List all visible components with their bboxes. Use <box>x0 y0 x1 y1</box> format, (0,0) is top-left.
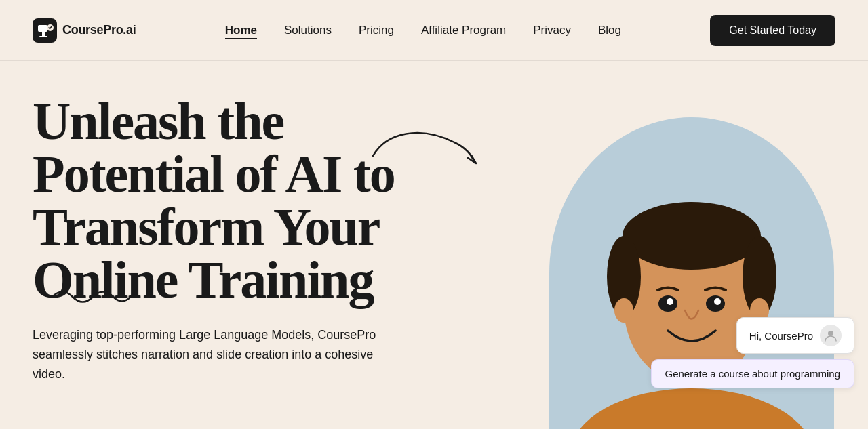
nav-link-home[interactable]: Home <box>225 24 257 39</box>
chat-greeting-bubble: Hi, CoursePro <box>736 317 854 354</box>
chat-input-text: Generate a course about programming <box>665 368 840 380</box>
nav-link-blog[interactable]: Blog <box>598 24 621 37</box>
hero-title-line2: Potential of AI to <box>33 144 395 203</box>
decorative-arrow-icon <box>366 119 488 173</box>
nav-links: Home Solutions Pricing Affiliate Program… <box>225 24 621 37</box>
nav-item-affiliate[interactable]: Affiliate Program <box>421 24 506 37</box>
nav-link-pricing[interactable]: Pricing <box>359 24 394 37</box>
user-avatar-icon <box>820 325 842 346</box>
svg-rect-2 <box>42 32 45 36</box>
logo-link[interactable]: CoursePro.ai <box>33 18 136 43</box>
svg-rect-3 <box>39 36 47 37</box>
svg-point-8 <box>623 202 761 270</box>
nav-item-privacy[interactable]: Privacy <box>533 24 571 37</box>
svg-rect-1 <box>38 25 47 32</box>
logo-icon <box>33 18 57 43</box>
nav-link-affiliate[interactable]: Affiliate Program <box>421 24 506 37</box>
chat-overlay: Hi, CoursePro Generate a course about pr… <box>651 317 854 388</box>
nav-link-solutions[interactable]: Solutions <box>284 24 332 37</box>
nav-item-solutions[interactable]: Solutions <box>284 24 332 37</box>
svg-point-15 <box>614 298 633 323</box>
hero-title-line3: Transform Your <box>33 197 379 256</box>
nav-item-home[interactable]: Home <box>225 24 257 37</box>
hero-content: Unleash the Potential of AI to Transform… <box>33 88 395 384</box>
svg-point-17 <box>828 331 833 336</box>
nav-link-privacy[interactable]: Privacy <box>533 24 571 37</box>
hero-section: Unleash the Potential of AI to Transform… <box>0 61 868 429</box>
hero-title: Unleash the Potential of AI to Transform… <box>33 95 395 306</box>
hero-image-container: Hi, CoursePro Generate a course about pr… <box>515 61 868 429</box>
hero-subtitle: Leveraging top-performing Large Language… <box>33 325 392 384</box>
chat-input-bubble: Generate a course about programming <box>651 359 854 388</box>
svg-point-13 <box>667 298 673 305</box>
hero-title-line1: Unleash the <box>33 91 283 150</box>
nav-item-blog[interactable]: Blog <box>598 24 621 37</box>
nav-item-pricing[interactable]: Pricing <box>359 24 394 37</box>
svg-point-5 <box>570 388 814 429</box>
decorative-squiggle-icon <box>49 283 137 304</box>
navbar: CoursePro.ai Home Solutions Pricing Affi… <box>0 0 868 61</box>
svg-point-14 <box>714 298 721 305</box>
get-started-button[interactable]: Get Started Today <box>710 15 835 46</box>
logo-text: CoursePro.ai <box>62 23 136 37</box>
chat-greeting-text: Hi, CoursePro <box>749 330 813 342</box>
